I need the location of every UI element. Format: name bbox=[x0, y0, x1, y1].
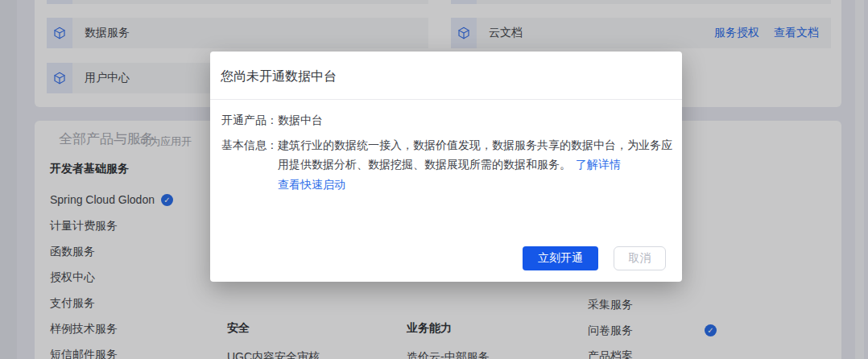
open-now-button[interactable]: 立刻开通 bbox=[523, 246, 598, 270]
modal-divider bbox=[210, 99, 682, 100]
info-text: 建筑行业的数据统一接入，数据价值发现，数据服务共享的数据中台，为业务应用提供数据… bbox=[278, 135, 676, 174]
modal-footer: 立刻开通 取消 bbox=[523, 246, 666, 270]
product-value: 数据中台 bbox=[278, 110, 323, 130]
learn-more-link[interactable]: 了解详情 bbox=[576, 158, 621, 171]
open-data-platform-modal: 您尚未开通数据中台 开通产品： 数据中台 基本信息： 建筑行业的数据统一接入，数… bbox=[210, 52, 682, 282]
modal-title: 您尚未开通数据中台 bbox=[221, 68, 337, 85]
info-label: 基本信息： bbox=[221, 135, 278, 174]
quick-start-link[interactable]: 查看快速启动 bbox=[278, 178, 345, 192]
info-row: 基本信息： 建筑行业的数据统一接入，数据价值发现，数据服务共享的数据中台，为业务… bbox=[221, 135, 676, 174]
product-label: 开通产品： bbox=[221, 110, 278, 130]
page: 数据服务 云文档 服务授权 查看文档 用户中心 全部产品与服务 可为应用开 开发… bbox=[0, 0, 868, 359]
product-row: 开通产品： 数据中台 bbox=[221, 110, 323, 130]
cancel-button[interactable]: 取消 bbox=[614, 246, 666, 270]
